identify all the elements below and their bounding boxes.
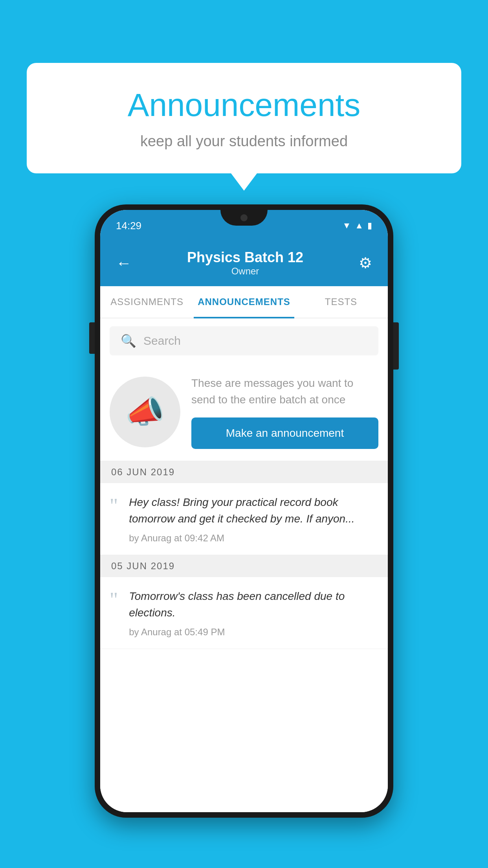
- quote-icon-2: ": [110, 590, 118, 610]
- date-separator-1: 06 JUN 2019: [100, 461, 388, 483]
- status-time: 14:29: [116, 220, 141, 232]
- make-announcement-button[interactable]: Make an announcement: [191, 417, 378, 449]
- announcement-item-1[interactable]: " Hey class! Bring your practical record…: [100, 483, 388, 555]
- status-icons: ▼ ▲ ▮: [342, 221, 372, 231]
- announcement-text-2: Tomorrow's class has been cancelled due …: [129, 588, 378, 621]
- empty-state-description: These are messages you want to send to t…: [191, 375, 378, 408]
- megaphone-circle: 📣: [110, 377, 180, 447]
- phone-wrapper: 14:29 ▼ ▲ ▮ ← Physics Batch 12 Owner ⚙: [95, 204, 393, 818]
- wifi-icon: ▼: [342, 221, 351, 231]
- announcement-meta-1: by Anurag at 09:42 AM: [129, 533, 378, 544]
- search-icon: 🔍: [121, 333, 136, 348]
- empty-state-right: These are messages you want to send to t…: [191, 375, 378, 449]
- owner-label: Owner: [132, 266, 359, 277]
- batch-title: Physics Batch 12: [132, 249, 359, 266]
- app-header: ← Physics Batch 12 Owner ⚙: [100, 241, 388, 286]
- announcement-content-2: Tomorrow's class has been cancelled due …: [129, 588, 378, 638]
- back-button[interactable]: ←: [116, 254, 132, 272]
- announcement-text-1: Hey class! Bring your practical record b…: [129, 494, 378, 527]
- tab-assignments[interactable]: ASSIGNMENTS: [100, 286, 194, 318]
- status-bar: 14:29 ▼ ▲ ▮: [100, 210, 388, 241]
- bubble-subtitle: keep all your students informed: [50, 133, 438, 150]
- header-center: Physics Batch 12 Owner: [132, 249, 359, 277]
- date-label-1: 06 JUN 2019: [111, 467, 175, 478]
- notch: [220, 210, 268, 226]
- speech-bubble: Announcements keep all your students inf…: [27, 63, 461, 173]
- main-content: 🔍 Search 📣 These are messages you want t…: [100, 318, 388, 812]
- search-bar[interactable]: 🔍 Search: [110, 326, 378, 355]
- announcement-item-2[interactable]: " Tomorrow's class has been cancelled du…: [100, 577, 388, 649]
- signal-icon: ▲: [355, 221, 363, 231]
- tab-tests[interactable]: TESTS: [294, 286, 388, 318]
- battery-icon: ▮: [367, 221, 372, 231]
- megaphone-icon: 📣: [125, 394, 165, 430]
- tabs-bar: ASSIGNMENTS ANNOUNCEMENTS TESTS: [100, 286, 388, 318]
- speech-bubble-section: Announcements keep all your students inf…: [27, 63, 461, 173]
- phone-screen: 14:29 ▼ ▲ ▮ ← Physics Batch 12 Owner ⚙: [100, 210, 388, 812]
- date-separator-2: 05 JUN 2019: [100, 555, 388, 577]
- phone-frame: 14:29 ▼ ▲ ▮ ← Physics Batch 12 Owner ⚙: [95, 204, 393, 818]
- quote-icon-1: ": [110, 496, 118, 516]
- bubble-title: Announcements: [50, 86, 438, 123]
- camera: [240, 214, 248, 221]
- search-placeholder: Search: [143, 334, 181, 348]
- tab-announcements[interactable]: ANNOUNCEMENTS: [194, 286, 294, 318]
- settings-icon[interactable]: ⚙: [359, 254, 372, 272]
- empty-state: 📣 These are messages you want to send to…: [100, 363, 388, 461]
- announcement-meta-2: by Anurag at 05:49 PM: [129, 627, 378, 638]
- announcement-content-1: Hey class! Bring your practical record b…: [129, 494, 378, 544]
- search-bar-wrap: 🔍 Search: [100, 318, 388, 363]
- date-label-2: 05 JUN 2019: [111, 561, 175, 572]
